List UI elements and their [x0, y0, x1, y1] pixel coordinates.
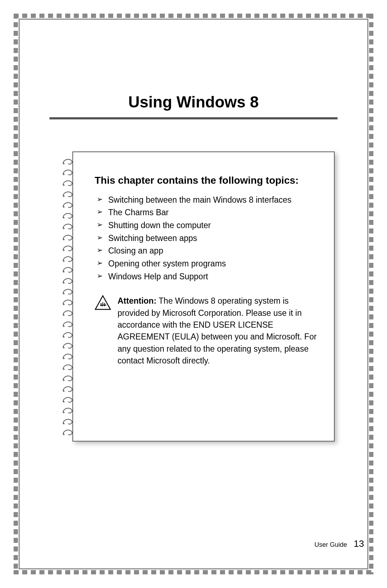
spiral-ring-icon	[62, 201, 74, 208]
spiral-ring-icon	[62, 363, 74, 371]
spiral-ring-icon	[62, 255, 74, 262]
spiral-ring-icon	[62, 287, 74, 295]
spiral-ring-icon	[62, 417, 74, 425]
svg-point-13	[63, 304, 64, 305]
spiral-ring-icon	[62, 190, 74, 198]
spiral-ring-icon	[62, 385, 74, 392]
attention-body: The Windows 8 operating system is provid…	[118, 296, 317, 365]
spiral-ring-icon	[62, 320, 74, 328]
page-content: Using Windows 8 This chapter contains th…	[22, 21, 366, 567]
notebook: This chapter contains the following topi…	[62, 151, 335, 442]
subheading: This chapter contains the following topi…	[95, 174, 317, 187]
svg-point-25	[63, 434, 64, 435]
spiral-ring-icon	[62, 244, 74, 252]
attention-icon	[95, 295, 111, 310]
svg-point-7	[63, 239, 64, 240]
chapter-title: Using Windows 8	[49, 93, 338, 111]
svg-point-4	[63, 206, 64, 208]
svg-point-9	[63, 260, 64, 262]
spiral-ring-icon	[62, 406, 74, 414]
svg-point-22	[63, 401, 64, 403]
svg-point-14	[63, 314, 64, 316]
topic-item: Switching between the main Windows 8 int…	[97, 194, 317, 207]
attention-label: Attention:	[118, 296, 157, 305]
svg-point-18	[63, 358, 64, 359]
page-number: 13	[354, 538, 364, 549]
spiral-ring-icon	[62, 428, 74, 436]
footer-label: User Guide	[315, 541, 347, 548]
svg-point-21	[63, 390, 64, 392]
svg-point-8	[63, 250, 64, 251]
svg-point-11	[63, 282, 64, 284]
svg-point-0	[63, 163, 64, 164]
svg-point-19	[63, 368, 64, 370]
attention-block: Attention: The Windows 8 operating syste…	[95, 295, 317, 367]
svg-point-15	[63, 326, 64, 327]
topic-item: Closing an app	[97, 245, 317, 257]
spiral-ring-icon	[62, 211, 74, 219]
title-rule	[49, 117, 338, 119]
spiral-ring-icon	[62, 168, 74, 176]
topic-item: Shutting down the computer	[97, 219, 317, 232]
svg-point-5	[63, 217, 64, 218]
svg-point-2	[63, 184, 64, 186]
svg-point-20	[63, 380, 64, 381]
notebook-page: This chapter contains the following topi…	[72, 151, 335, 442]
spiral-ring-icon	[62, 157, 74, 165]
spiral-ring-icon	[62, 395, 74, 403]
spiral-ring-icon	[62, 276, 74, 284]
svg-point-6	[63, 228, 64, 229]
attention-text: Attention: The Windows 8 operating syste…	[118, 295, 317, 367]
spiral-ring-icon	[62, 309, 74, 317]
spiral-ring-icon	[62, 374, 74, 382]
topic-item: The Charms Bar	[97, 206, 317, 219]
topics-list: Switching between the main Windows 8 int…	[95, 194, 317, 283]
svg-point-12	[63, 293, 64, 294]
topic-item: Windows Help and Support	[97, 270, 317, 283]
spiral-ring-icon	[62, 352, 74, 360]
svg-point-1	[63, 174, 64, 175]
spiral-ring-icon	[62, 233, 74, 241]
svg-point-10	[63, 271, 64, 273]
spiral-ring-icon	[62, 298, 74, 306]
spiral-ring-icon	[62, 341, 74, 349]
spiral-ring-icon	[62, 179, 74, 187]
svg-point-17	[63, 347, 64, 348]
svg-point-16	[63, 336, 64, 338]
topic-item: Opening other system programs	[97, 257, 317, 270]
spiral-ring-icon	[62, 222, 74, 230]
page-footer: User Guide 13	[22, 538, 366, 549]
spiral-ring-icon	[62, 265, 74, 273]
svg-point-3	[63, 196, 64, 197]
spiral-ring-icon	[62, 331, 74, 338]
topic-item: Switching between apps	[97, 232, 317, 245]
svg-point-24	[63, 423, 64, 424]
svg-point-23	[63, 412, 64, 413]
